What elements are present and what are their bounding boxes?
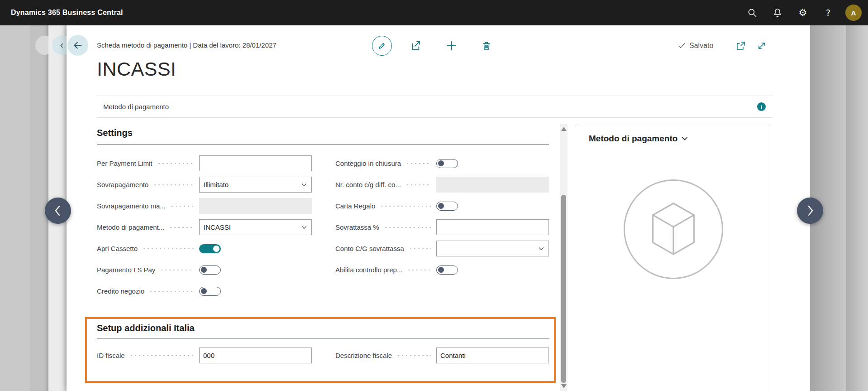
breadcrumb[interactable]: Scheda metodo di pagamento | Data del la… [97,41,277,49]
dotted-leader [153,184,194,185]
picture-placeholder [624,179,723,279]
save-status-label: Salvato [689,42,713,50]
chevron-down-icon [538,246,544,252]
share-button[interactable] [410,39,423,53]
field-label: Metodo di pagament... [97,223,164,231]
text-input[interactable] [199,155,312,171]
dotted-leader [169,227,194,228]
dotted-leader [384,227,431,228]
select-input[interactable] [436,241,549,256]
field-control [436,202,549,211]
field-control [199,198,312,214]
field-control [199,155,312,171]
app-title[interactable]: Dynamics 365 Business Central [11,9,123,17]
field-row: SovrapagamentoIllimitato [97,174,312,195]
vertical-scrollbar[interactable] [560,124,568,391]
field-label: Sovrapagamento [97,181,148,188]
field-label: Credito negozio [97,287,144,295]
field-label: Sovrattassa % [335,223,379,231]
toggle-knob [201,288,207,294]
toggle-switch[interactable] [436,265,458,275]
field-row: Conteggio in chiusura [335,153,549,174]
field-row: Descrizione fiscale [335,345,549,366]
info-icon[interactable]: i [757,102,766,111]
cube-icon [649,202,698,257]
dotted-leader [149,291,194,292]
section-settings: Settings Per Payment LimitSovrapagamento… [97,127,549,302]
field-control [199,348,312,363]
stacked-back-circle [35,36,48,55]
field-label: Conto C/G sovrattassa [335,245,404,252]
chevron-down-icon [681,135,688,142]
open-in-new-window-icon[interactable] [734,39,748,53]
field-row: Per Payment Limit [97,153,312,174]
field-control [436,159,549,168]
dotted-leader [157,163,194,164]
toggle-switch[interactable] [199,244,221,253]
disabled-text-input [436,177,549,193]
toggle-switch[interactable] [436,159,458,168]
scroll-up-arrow[interactable] [561,127,567,131]
dotted-leader [380,206,431,207]
toggle-knob [201,267,207,273]
scrollbar-thumb[interactable] [561,195,566,383]
field-label: Carta Regalo [335,202,375,210]
tab-metodo-di-pagamento[interactable]: Metodo di pagamento [103,103,169,111]
dotted-leader [405,163,431,164]
topbar-actions: ⚙ ? A [739,0,868,25]
field-control [436,265,549,275]
field-label: Sovrapagamento ma... [97,202,166,210]
expand-icon[interactable] [755,39,768,53]
toggle-switch[interactable] [199,265,221,275]
toggle-knob [438,160,444,166]
field-control [199,287,312,296]
edit-button[interactable] [372,36,392,56]
notifications-bell-icon[interactable] [765,0,790,25]
dotted-leader [405,184,431,185]
section-heading: Setup addizionali Italia [97,323,549,333]
previous-page-button[interactable] [45,198,71,224]
disabled-text-input [199,198,312,214]
field-row: Credito negozio [97,280,312,302]
field-row: Apri Cassetto [97,238,312,259]
delete-button[interactable] [480,39,493,53]
dotted-leader [129,355,194,356]
page-title: INCASSI [97,58,176,80]
top-bar: Dynamics 365 Business Central ⚙ ? A [0,0,868,25]
select-input[interactable]: Illimitato [199,177,312,193]
field-row: Sovrattassa % [335,217,549,238]
field-control: INCASSI [199,219,312,235]
avatar[interactable]: A [845,5,862,21]
section-rule [97,145,549,145]
select-input[interactable]: INCASSI [199,219,312,235]
chevron-down-icon [301,182,307,188]
field-control [199,265,312,275]
search-icon[interactable] [739,0,765,25]
dotted-leader [142,248,194,249]
help-icon[interactable]: ? [816,0,841,25]
scroll-down-arrow[interactable] [561,384,567,388]
new-button[interactable] [445,39,458,53]
field-label: Conteggio in chiusura [335,159,401,167]
highlight-box: Setup addizionali Italia ID fiscale Desc… [85,317,556,383]
settings-gear-icon[interactable]: ⚙ [790,0,816,25]
section-rule [97,338,549,338]
field-label: Nr. conto c/g diff. co... [335,181,401,188]
toggle-knob [438,203,444,209]
field-control [436,348,549,363]
field-control [436,177,549,193]
toggle-switch[interactable] [199,287,221,296]
text-input[interactable] [199,348,312,363]
text-input[interactable] [436,348,549,363]
text-input[interactable] [436,219,549,235]
next-page-button[interactable] [797,198,823,224]
field-control: Illimitato [199,177,312,193]
toggle-switch[interactable] [436,202,458,211]
field-control [436,219,549,235]
dotted-leader [407,270,431,270]
factbox-title: Metodo di pagamento [589,134,677,144]
toggle-knob [213,246,219,252]
factbox-header[interactable]: Metodo di pagamento [575,124,771,144]
field-row: Nr. conto c/g diff. co... [335,174,549,195]
back-button[interactable] [67,35,88,56]
